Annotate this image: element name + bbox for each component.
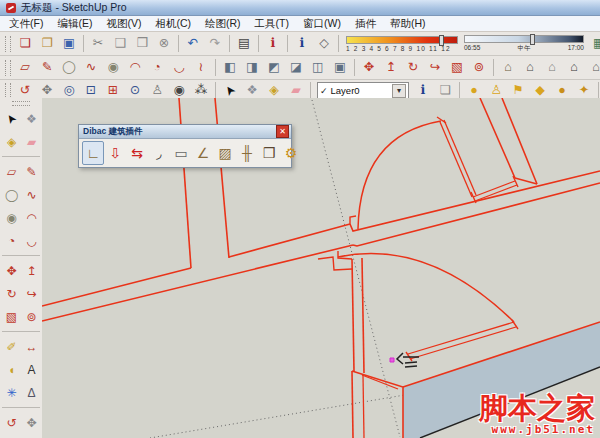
erase-button[interactable]: ⊗ bbox=[153, 33, 175, 55]
dibac-window-insert-tool[interactable]: ⇆ bbox=[126, 141, 148, 165]
paste-button[interactable]: ❒ bbox=[131, 33, 153, 55]
push-pull-tool[interactable]: ↥ bbox=[380, 57, 402, 79]
layer-dropdown[interactable]: ✓ Layer0 ▾ bbox=[317, 82, 409, 100]
solid-subtract-button[interactable]: ◨ bbox=[241, 57, 263, 79]
left-toolbar-grip[interactable] bbox=[12, 101, 30, 106]
dibac-opening-tool[interactable]: ▭ bbox=[170, 141, 192, 165]
shadow-date-slider[interactable]: 1 2 3 4 5 6 7 8 9 10 11 12 bbox=[346, 36, 458, 52]
circle-tool[interactable]: ◯ bbox=[58, 57, 80, 79]
pie-tool[interactable]: ◔ bbox=[146, 57, 168, 79]
layer-dropdown-arrow-icon[interactable]: ▾ bbox=[392, 84, 406, 98]
text-tool[interactable]: A bbox=[21, 359, 42, 380]
print-button[interactable]: ▤ bbox=[233, 33, 255, 55]
share-model-button[interactable]: ⌂ bbox=[519, 57, 541, 79]
house-white-button[interactable]: ⌂ bbox=[541, 57, 563, 79]
dibac-railing-tool[interactable]: ╫ bbox=[236, 141, 258, 165]
menu-plugins[interactable]: 插件 bbox=[348, 17, 383, 31]
pan-tool[interactable]: ✥ bbox=[21, 412, 42, 433]
scale-tool[interactable]: ▧ bbox=[446, 57, 468, 79]
drawing-canvas[interactable]: Dibac 建筑插件 ✕ ∟⇩⇆◞▭∠▨╫❒⚙ 脚本之家 www.jb51.ne… bbox=[42, 98, 600, 438]
move-tool[interactable]: ✥ bbox=[358, 57, 380, 79]
make-component-button[interactable]: ❖ bbox=[21, 108, 42, 129]
scale-tool[interactable]: ▧ bbox=[1, 306, 22, 327]
menu-file[interactable]: 文件(F) bbox=[2, 17, 50, 31]
arc-tool[interactable]: ◠ bbox=[21, 207, 42, 228]
solid-split-button[interactable]: ◫ bbox=[307, 57, 329, 79]
undo-button[interactable]: ↶ bbox=[182, 33, 204, 55]
model-info-button[interactable]: ℹ bbox=[262, 33, 284, 55]
dibac-close-button[interactable]: ✕ bbox=[276, 125, 289, 138]
line-tool[interactable]: ✎ bbox=[36, 57, 58, 79]
solid-trim-button[interactable]: ◩ bbox=[263, 57, 285, 79]
move-tool[interactable]: ✥ bbox=[1, 260, 22, 281]
menu-help[interactable]: 帮助(H) bbox=[383, 17, 433, 31]
rectangle-tool[interactable]: ▱ bbox=[1, 161, 22, 182]
dimension-tool[interactable]: ↔ bbox=[21, 336, 42, 357]
shadow-time-track[interactable] bbox=[464, 35, 584, 43]
menu-view[interactable]: 视图(V) bbox=[99, 17, 148, 31]
text-3d-tool[interactable]: Δ bbox=[21, 382, 42, 403]
follow-me-tool[interactable]: ↪ bbox=[21, 283, 42, 304]
menu-tools[interactable]: 工具(T) bbox=[248, 17, 296, 31]
select-tool[interactable]: ➤ bbox=[1, 108, 22, 129]
follow-me-tool[interactable]: ↪ bbox=[424, 57, 446, 79]
save-button[interactable]: ▣ bbox=[58, 33, 80, 55]
orbit-tool[interactable]: ↺ bbox=[1, 412, 22, 433]
polygon-tool[interactable]: ◉ bbox=[1, 207, 22, 228]
axes-tool[interactable]: ✳ bbox=[1, 382, 22, 403]
line-tool[interactable]: ✎ bbox=[21, 161, 42, 182]
entity-info-button[interactable]: ℹ bbox=[291, 33, 313, 55]
eraser-tool[interactable]: ▰ bbox=[21, 131, 42, 152]
menu-window[interactable]: 窗口(W) bbox=[296, 17, 348, 31]
dibac-stairs-tool[interactable]: ▨ bbox=[214, 141, 236, 165]
solid-union-button[interactable]: ◧ bbox=[219, 57, 241, 79]
cut-button[interactable]: ✂ bbox=[87, 33, 109, 55]
rotate-tool[interactable]: ↻ bbox=[1, 283, 22, 304]
redo-button[interactable]: ↷ bbox=[204, 33, 226, 55]
dibac-settings-button[interactable]: ⚙ bbox=[280, 141, 302, 165]
freehand-tool[interactable]: ∿ bbox=[21, 184, 42, 205]
solid-intersect-button[interactable]: ◪ bbox=[285, 57, 307, 79]
shadow-date-track[interactable] bbox=[346, 36, 458, 44]
polygon-tool[interactable]: ◉ bbox=[102, 57, 124, 79]
arc-tool[interactable]: ◠ bbox=[124, 57, 146, 79]
offset-tool[interactable]: ⊚ bbox=[468, 57, 490, 79]
arc2-tool[interactable]: ◡ bbox=[168, 57, 190, 79]
dibac-door-swing-tool[interactable]: ◞ bbox=[148, 141, 170, 165]
pie-tool[interactable]: ◔ bbox=[1, 230, 22, 251]
menu-camera[interactable]: 相机(C) bbox=[148, 17, 198, 31]
date-slider-thumb[interactable] bbox=[439, 35, 444, 46]
protractor-tool[interactable]: ◖ bbox=[1, 359, 22, 380]
dibac-door-insert-tool[interactable]: ⇩ bbox=[104, 141, 126, 165]
arc2-tool[interactable]: ◡ bbox=[21, 230, 42, 251]
offset-tool[interactable]: ⊚ bbox=[21, 306, 42, 327]
rectangle-tool[interactable]: ▱ bbox=[14, 57, 36, 79]
dibac-angle-tool[interactable]: ∠ bbox=[192, 141, 214, 165]
toolbar-grip[interactable] bbox=[5, 60, 11, 76]
house-outline-button[interactable]: ⌂ bbox=[585, 57, 600, 79]
solid-shell-button[interactable]: ▣ bbox=[329, 57, 351, 79]
open-button[interactable]: ❐ bbox=[36, 33, 58, 55]
dibac-carpentry-tool[interactable]: ❒ bbox=[258, 141, 280, 165]
paint-bucket-tool[interactable]: ◈ bbox=[1, 131, 22, 152]
image-button[interactable]: ▦ bbox=[588, 33, 600, 55]
curve-tool[interactable]: ≀ bbox=[190, 57, 212, 79]
component-box-button[interactable]: ◇ bbox=[313, 33, 335, 55]
tape-measure-tool[interactable]: ✐ bbox=[1, 336, 22, 357]
menu-edit[interactable]: 编辑(E) bbox=[50, 17, 99, 31]
dibac-wall-tool[interactable]: ∟ bbox=[82, 141, 104, 165]
new-file-button[interactable]: ❏ bbox=[14, 33, 36, 55]
circle-tool[interactable]: ◯ bbox=[1, 184, 22, 205]
shadow-time-slider[interactable]: 06:55 中午 17:00 bbox=[464, 35, 584, 53]
house-roof-button[interactable]: ⌂ bbox=[563, 57, 585, 79]
toolbar-grip[interactable] bbox=[5, 83, 11, 99]
copy-button[interactable]: ❑ bbox=[109, 33, 131, 55]
time-slider-thumb[interactable] bbox=[530, 34, 535, 45]
freehand-tool[interactable]: ∿ bbox=[80, 57, 102, 79]
toolbar-grip[interactable] bbox=[5, 36, 11, 52]
menu-draw[interactable]: 绘图(R) bbox=[198, 17, 248, 31]
dibac-title-bar[interactable]: Dibac 建筑插件 ✕ bbox=[79, 125, 291, 139]
rotate-tool[interactable]: ↻ bbox=[402, 57, 424, 79]
warehouse-house-button[interactable]: ⌂ bbox=[497, 57, 519, 79]
push-pull-tool[interactable]: ↥ bbox=[21, 260, 42, 281]
